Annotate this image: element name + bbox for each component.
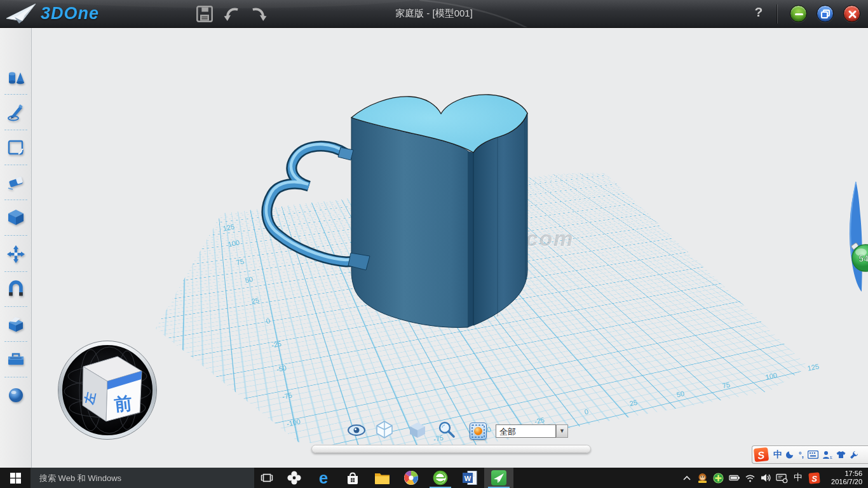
search-input[interactable]: [31, 473, 254, 483]
ime-toolbar: S 中 °, 11: [752, 445, 868, 464]
tray-wifi-icon[interactable]: [742, 473, 758, 483]
magnet-icon: [6, 280, 25, 299]
selection-filter-button[interactable]: [470, 423, 487, 440]
tray-chevron-icon[interactable]: [679, 475, 695, 481]
app-logo: 3DOne: [5, 2, 99, 25]
taskbar-app-green-browser[interactable]: [426, 468, 455, 488]
close-button[interactable]: [843, 5, 860, 22]
sidebar-item-sketch-edit[interactable]: [6, 138, 25, 157]
view-cube-front-label: 前: [113, 393, 133, 415]
taskbar-app-pinwheel[interactable]: [280, 468, 309, 488]
filter-dropdown[interactable]: 全部: [496, 424, 556, 438]
task-view-button[interactable]: [254, 468, 280, 488]
tray-sogou-glyph: S: [811, 473, 817, 483]
file-explorer-icon: [374, 471, 390, 485]
sidebar-separator: [4, 306, 27, 307]
collapsed-panel-handle[interactable]: [311, 445, 591, 453]
toolbox-icon: [6, 349, 25, 369]
taskbar-app-3done[interactable]: [484, 468, 513, 488]
side-panel-tab[interactable]: [850, 182, 862, 292]
sidebar-separator: [4, 165, 27, 165]
sidebar-item-trim[interactable]: [6, 173, 25, 192]
3d-viewport[interactable]: 125 100 75 50 25 0 -25 -50 -75 -100 -75 …: [32, 28, 868, 468]
ime-keyboard-icon[interactable]: [808, 451, 818, 459]
tray-ime-indicator[interactable]: 中: [790, 472, 806, 484]
tray-battery-icon[interactable]: [726, 473, 742, 483]
green-browser-icon: [433, 470, 448, 485]
sidebar-separator: [4, 235, 27, 236]
taskbar-clock[interactable]: 17:56 2016/7/20: [822, 470, 868, 486]
sketch-pen-icon: [6, 103, 25, 122]
ime-mode-toggle[interactable]: 中: [773, 449, 782, 461]
eraser-icon: [6, 173, 25, 192]
sidebar-item-sketch[interactable]: [6, 103, 25, 122]
sidebar-item-feature[interactable]: [6, 208, 25, 227]
restore-icon: [817, 6, 834, 23]
taskbar-app-explorer[interactable]: [367, 468, 397, 488]
clock-time: 17:56: [822, 470, 862, 478]
tray-touch-keyboard-icon[interactable]: [774, 473, 790, 484]
ime-account-badge: 11: [830, 456, 832, 459]
sidebar-separator: [4, 200, 27, 200]
minimize-icon: [790, 6, 808, 23]
primitives-icon: [6, 68, 25, 87]
word-w-glyph: W: [464, 475, 471, 482]
taskbar-app-word[interactable]: W: [455, 468, 484, 488]
open-box-icon: [6, 315, 25, 334]
taskbar-spacer: [513, 468, 679, 488]
model-heart-mug[interactable]: [266, 95, 527, 327]
visibility-eye-icon[interactable]: [347, 421, 366, 440]
360-browser-icon: [403, 470, 419, 485]
pinwheel-icon: [287, 470, 302, 485]
tray-antivirus-icon[interactable]: [710, 473, 726, 484]
sidebar-item-special[interactable]: [6, 315, 25, 334]
taskbar-app-store[interactable]: [338, 468, 367, 488]
ime-punctuation-toggle[interactable]: °,: [799, 451, 804, 459]
save-button[interactable]: [196, 5, 214, 23]
taskbar-search[interactable]: [31, 468, 254, 488]
undo-button[interactable]: [224, 5, 241, 23]
tray-sogou-icon[interactable]: S: [806, 472, 822, 484]
ime-skin-icon[interactable]: [836, 451, 846, 459]
sidebar-item-constraint[interactable]: [6, 280, 25, 299]
windows-logo-icon: [10, 473, 21, 484]
badge-count: 54: [858, 254, 868, 264]
start-button[interactable]: [0, 468, 31, 488]
scene-layer: 上 前 左 54: [32, 28, 868, 468]
help-button[interactable]: ?: [751, 4, 766, 20]
sidebar-item-move[interactable]: [6, 245, 25, 264]
minimize-button[interactable]: [790, 5, 807, 22]
sidebar-item-primitives[interactable]: [6, 68, 25, 87]
shaded-cube-icon[interactable]: [408, 421, 427, 440]
system-tray: 中 S 17:56 2016/7/20: [679, 468, 868, 488]
sidebar-separator: [4, 377, 27, 377]
taskbar-app-edge[interactable]: e: [309, 468, 338, 488]
brand-name: 3DOne: [41, 4, 99, 24]
sogou-s-glyph: S: [757, 449, 765, 461]
wireframe-cube-icon[interactable]: [375, 420, 394, 439]
ime-fullwidth-icon[interactable]: [786, 451, 795, 459]
sidebar-item-render[interactable]: [6, 386, 25, 405]
maximize-button[interactable]: [817, 5, 834, 22]
view-cube[interactable]: 上 前 左: [32, 341, 157, 440]
titlebar-divider: [777, 4, 778, 24]
filter-dropdown-arrow[interactable]: ▼: [556, 424, 568, 438]
taskbar-app-360[interactable]: [397, 468, 426, 488]
sidebar-item-tools[interactable]: [6, 349, 25, 369]
sphere-icon: [6, 386, 25, 405]
cube-icon: [6, 208, 25, 227]
word-icon: W: [462, 470, 478, 485]
tray-volume-icon[interactable]: [758, 473, 774, 483]
sidebar-separator: [4, 94, 27, 95]
tool-sidebar: [0, 28, 32, 468]
ime-settings-wrench-icon[interactable]: [850, 451, 858, 459]
tray-wangwang-icon[interactable]: [695, 473, 710, 484]
task-view-icon: [261, 472, 273, 484]
sidebar-separator: [4, 341, 27, 342]
ime-account-icon[interactable]: 11: [822, 451, 832, 459]
sogou-logo-icon[interactable]: S: [754, 447, 770, 463]
zoom-magnifier-icon[interactable]: [437, 421, 456, 440]
redo-button[interactable]: [249, 5, 267, 23]
close-icon: [844, 6, 861, 23]
edge-icon: e: [319, 468, 328, 488]
